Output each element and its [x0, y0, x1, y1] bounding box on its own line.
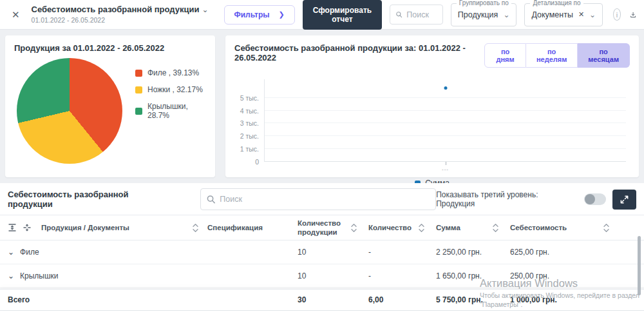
chevron-down-icon: ⌄ — [202, 5, 208, 14]
topbar-search-input[interactable] — [406, 10, 437, 19]
y-tick-label: 1 тыс. — [240, 146, 259, 152]
topbar-search[interactable] — [390, 5, 443, 25]
legend-swatch — [135, 108, 142, 115]
arrow-right-icon: ❯ — [279, 10, 285, 19]
row-cost: 625,00 грн. — [510, 248, 636, 257]
chevron-down-icon[interactable]: ⌄ — [589, 10, 596, 19]
tab-by-days[interactable]: по дням — [484, 43, 526, 68]
pie-chart[interactable] — [17, 58, 122, 164]
y-tick-label: 0 — [255, 159, 259, 165]
fullscreen-button[interactable] — [612, 190, 636, 210]
table-header: Продукция / Документы Спецификация Колич… — [0, 215, 644, 240]
y-tick-label: 5 тыс. — [240, 95, 259, 101]
sort-icon[interactable] — [351, 223, 357, 233]
table-panel: Себестоимость разобранной продукции Пока… — [0, 183, 644, 314]
tab-by-weeks[interactable]: по неделям — [526, 43, 578, 68]
gridline — [265, 161, 626, 162]
group-by-label: Группировать по — [457, 0, 511, 6]
info-icon[interactable]: i — [613, 8, 621, 21]
expand-all-icon[interactable] — [23, 223, 32, 232]
column-header[interactable]: Продукция / Документы — [41, 223, 129, 232]
generate-report-button[interactable]: Сформировать отчет — [303, 0, 382, 30]
column-header[interactable]: Количество — [368, 223, 412, 232]
row-qty: - — [368, 248, 436, 257]
group-by-value: Продукция — [458, 10, 498, 19]
scrollbar[interactable] — [638, 236, 641, 295]
line-panel-title: Себестоимость разобранной продукции за: … — [234, 43, 484, 63]
line-chart: 01 тыс.2 тыс.3 тыс.4 тыс.5 тыс. --- — [234, 79, 630, 162]
legend-label: Крылышки, 28.7% — [147, 102, 206, 120]
gridline — [265, 148, 626, 149]
period-tabs: по дням по неделям по месяцам — [484, 43, 630, 68]
x-tick-label: --- — [442, 166, 449, 172]
gridline — [265, 123, 626, 123]
sort-icon[interactable] — [603, 223, 609, 233]
footer-sum: 5 750,00 грн. — [436, 295, 510, 304]
sort-icon[interactable] — [419, 223, 424, 233]
row-name: Филе — [20, 248, 39, 257]
detail-by-value: Документы — [531, 10, 573, 19]
legend-label: Филе , 39.13% — [147, 68, 199, 77]
column-header[interactable]: Количество продукции — [298, 219, 348, 237]
legend-swatch — [135, 70, 142, 77]
detail-by-select[interactable]: Детализация по Документы ✕ ⌄ — [524, 3, 603, 26]
row-expand-icon[interactable]: ⌄ — [8, 248, 14, 257]
date-range[interactable]: 01.01.2022 - 26.05.2022 — [32, 16, 209, 24]
pie-panel: Продукция за 01.01.2022 - 26.05.2022 Фил… — [5, 35, 215, 177]
chevron-down-icon[interactable]: ⌄ — [503, 10, 509, 19]
third-level-toggle[interactable] — [584, 193, 606, 205]
third-level-label: Показывать третий уровень: Продукция — [436, 190, 578, 208]
table-search-input[interactable] — [220, 195, 430, 204]
legend-swatch — [135, 86, 142, 93]
row-name: Крылышки — [20, 271, 59, 280]
download-icon[interactable] — [630, 9, 636, 21]
pie-legend: Филе , 39.13% Ножки , 32.17% Крылышки, 2… — [135, 68, 206, 164]
footer-cost: 1 000,00 грн. — [510, 295, 636, 304]
legend-item[interactable]: Ножки , 32.17% — [135, 85, 206, 94]
search-icon — [395, 10, 402, 19]
gridline — [265, 97, 626, 98]
footer-qty-prod: 30 — [298, 295, 368, 304]
collapse-all-icon[interactable] — [8, 223, 17, 232]
table-search[interactable] — [200, 188, 436, 210]
row-qty-prod: 10 — [298, 271, 368, 280]
y-axis-labels: 01 тыс.2 тыс.3 тыс.4 тыс.5 тыс. — [234, 79, 264, 162]
filters-button[interactable]: Фильтры ❯ — [224, 5, 295, 25]
footer-qty: 6,00 — [368, 295, 436, 304]
report-title-block[interactable]: Себестоимость разобранной продукции⌄ 01.… — [32, 5, 209, 24]
toggle-knob — [585, 194, 595, 204]
y-tick-label: 4 тыс. — [240, 108, 259, 114]
group-by-select[interactable]: Группировать по Продукция ⌄ — [451, 3, 517, 26]
table-row[interactable]: ⌄ Филе 10 - 2 250,00 грн. 625,00 грн. — [0, 240, 644, 264]
tab-by-months[interactable]: по месяцам — [578, 43, 630, 68]
close-icon[interactable]: ✕ — [8, 9, 24, 21]
legend-item[interactable]: Филе , 39.13% — [135, 68, 206, 77]
column-header[interactable]: Спецификация — [207, 223, 263, 232]
column-header[interactable]: Себестоимость — [510, 223, 567, 232]
clear-icon[interactable]: ✕ — [578, 10, 584, 19]
sort-icon[interactable] — [193, 223, 198, 233]
detail-by-label: Детализация по — [530, 0, 583, 6]
gridline — [265, 110, 626, 111]
table-row[interactable]: ⌄ Крылышки 10 - 1 650,00 грн. 250,00 грн… — [0, 264, 644, 288]
charts-row: Продукция за 01.01.2022 - 26.05.2022 Фил… — [5, 35, 639, 177]
row-sum: 1 650,00 грн. — [436, 271, 510, 280]
row-sum: 2 250,00 грн. — [436, 248, 510, 257]
y-tick-label: 3 тыс. — [240, 120, 259, 126]
cost-chart-panel: Себестоимость разобранной продукции за: … — [225, 35, 639, 177]
page-title: Себестоимость разобранной продукции — [32, 5, 200, 14]
table-title: Себестоимость разобранной продукции — [8, 190, 175, 209]
gridline — [265, 135, 626, 136]
data-point[interactable] — [444, 86, 447, 90]
row-qty-prod: 10 — [298, 248, 368, 257]
legend-label: Ножки , 32.17% — [147, 85, 203, 94]
topbar: ✕ Себестоимость разобранной продукции⌄ 0… — [0, 0, 644, 30]
row-expand-icon[interactable]: ⌄ — [8, 271, 14, 280]
filters-label: Фильтры — [234, 10, 270, 19]
column-header[interactable]: Сумма — [436, 223, 460, 232]
table-footer-row: Всего 30 6,00 5 750,00 грн. 1 000,00 грн… — [0, 289, 644, 311]
search-icon — [206, 194, 216, 204]
legend-item[interactable]: Крылышки, 28.7% — [135, 102, 206, 120]
sort-icon[interactable] — [493, 223, 498, 233]
row-qty: - — [368, 271, 436, 280]
